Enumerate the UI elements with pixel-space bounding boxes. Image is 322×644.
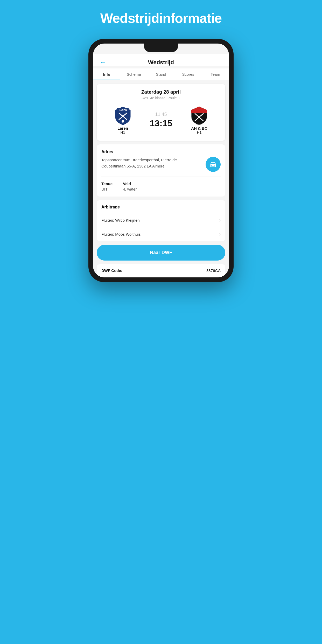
tab-schema[interactable]: Schema: [120, 68, 148, 80]
back-button[interactable]: ←: [99, 58, 107, 67]
address-text: Topsportcentrum Breedtesporthal, Pierre …: [101, 157, 201, 169]
home-team-name: Laren: [117, 126, 128, 130]
tab-team[interactable]: Team: [202, 68, 229, 80]
away-team-sub: H1: [197, 130, 202, 135]
laren-logo: LAREN: [113, 105, 133, 126]
match-teams: LAREN Laren H1 11:45 13:15: [101, 105, 221, 135]
svg-text:LAREN: LAREN: [119, 109, 127, 111]
chevron-icon-2: ›: [219, 232, 221, 237]
address-section: Adres Topsportcentrum Breedtesporthal, P…: [97, 144, 225, 197]
veld-block: Veld 4, water: [123, 181, 137, 191]
tenue-value: UIT: [101, 187, 113, 191]
svg-text:ah&bc: ah&bc: [197, 123, 202, 125]
phone-notch: [144, 44, 178, 52]
arbitrage-section: Arbitrage Fluiten: Wilco Kleijnen › Flui…: [97, 200, 225, 241]
veld-label: Veld: [123, 181, 137, 186]
arbitrage-item-2[interactable]: Fluiten: Moos Wolthuis ›: [101, 227, 221, 241]
match-card: Zaterdag 28 april Res. 4e klasse, Poule …: [97, 84, 225, 141]
away-team-block: ah&bc AH & BC H1: [182, 105, 216, 135]
match-date: Zaterdag 28 april: [101, 89, 221, 95]
arbitrage-item-2-text: Fluiten: Moos Wolthuis: [101, 232, 141, 236]
dwf-button[interactable]: Naar DWF: [97, 245, 225, 261]
chevron-icon-1: ›: [219, 218, 221, 223]
home-team-sub: H1: [121, 130, 125, 135]
dwf-code-bar: DWF Code: 3876GA: [97, 264, 225, 277]
arbitrage-label: Arbitrage: [101, 205, 221, 209]
tab-bar: Info Schema Stand Scores Team: [93, 68, 229, 80]
tab-info[interactable]: Info: [93, 68, 120, 80]
app-content: ← Wedstrijd Info Schema Stand Scores Te: [93, 44, 229, 277]
page-title: Wedstrijdinformatie: [100, 10, 222, 26]
dwf-section: Naar DWF: [97, 245, 225, 261]
address-row: Topsportcentrum Breedtesporthal, Pierre …: [101, 157, 221, 172]
away-team-name: AH & BC: [191, 126, 207, 130]
phone-screen: ← Wedstrijd Info Schema Stand Scores Te: [93, 44, 229, 277]
tab-stand[interactable]: Stand: [148, 68, 175, 80]
car-icon: [209, 161, 217, 168]
screen-title: Wedstrijd: [148, 59, 174, 66]
veld-value: 4, water: [123, 187, 137, 191]
svg-point-4: [122, 120, 124, 123]
match-league: Res. 4e klasse, Poule D: [101, 96, 221, 100]
score-block: 11:45 13:15: [150, 112, 172, 128]
tab-scores[interactable]: Scores: [174, 68, 202, 80]
tenue-veld-row: Tenue UIT Veld 4, water: [101, 177, 221, 191]
tenue-block: Tenue UIT: [101, 181, 113, 191]
match-time: 11:45: [155, 112, 167, 117]
phone-frame: ← Wedstrijd Info Schema Stand Scores Te: [88, 39, 234, 282]
navigate-button[interactable]: [206, 157, 221, 172]
match-score: 13:15: [150, 118, 172, 128]
home-team-block: LAREN Laren H1: [106, 105, 140, 135]
dwf-code-value: 3876GA: [206, 268, 221, 273]
arbitrage-item-1[interactable]: Fluiten: Wilco Kleijnen ›: [101, 213, 221, 227]
ahbc-logo: ah&bc: [189, 105, 209, 126]
tenue-label: Tenue: [101, 181, 113, 186]
arbitrage-item-1-text: Fluiten: Wilco Kleijnen: [101, 218, 140, 222]
app-header: ← Wedstrijd: [93, 54, 229, 66]
address-label: Adres: [101, 150, 221, 154]
dwf-code-label: DWF Code:: [101, 268, 122, 273]
